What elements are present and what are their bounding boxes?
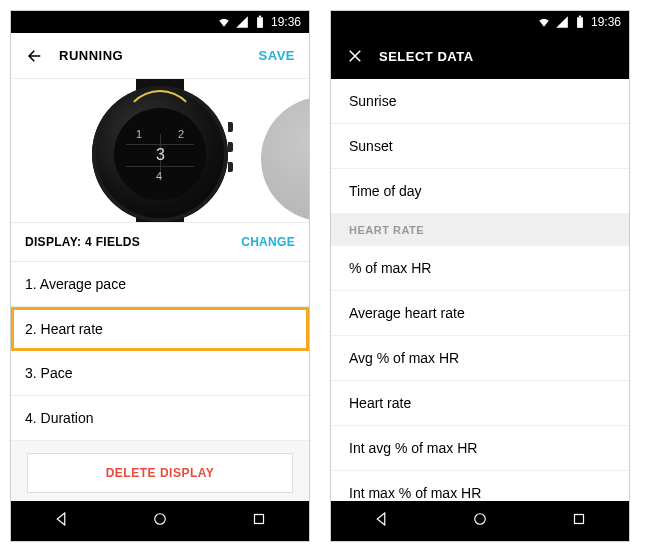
app-bar: SELECT DATA bbox=[331, 33, 629, 79]
watch-preview-next[interactable]: 1 3 5 bbox=[261, 97, 309, 221]
svg-rect-3 bbox=[255, 515, 264, 524]
android-nav-bar bbox=[11, 501, 309, 541]
data-option-list[interactable]: SunriseSunsetTime of dayHEART RATE% of m… bbox=[331, 79, 629, 501]
screen-title: RUNNING bbox=[59, 48, 245, 63]
status-time: 19:36 bbox=[271, 15, 301, 29]
save-button[interactable]: SAVE bbox=[259, 48, 295, 63]
nav-home-icon[interactable] bbox=[471, 510, 489, 532]
status-time: 19:36 bbox=[591, 15, 621, 29]
status-bar: 19:36 bbox=[11, 11, 309, 33]
display-row: DISPLAY: 4 FIELDS CHANGE bbox=[11, 222, 309, 262]
close-button[interactable] bbox=[345, 46, 365, 66]
nav-back-icon[interactable] bbox=[372, 510, 390, 532]
data-option[interactable]: Int avg % of max HR bbox=[331, 426, 629, 471]
svg-rect-4 bbox=[577, 17, 583, 27]
svg-rect-7 bbox=[575, 515, 584, 524]
nav-recent-icon[interactable] bbox=[570, 510, 588, 532]
display-label: DISPLAY: 4 FIELDS bbox=[25, 235, 241, 249]
signal-icon bbox=[235, 15, 249, 29]
status-bar: 19:36 bbox=[331, 11, 629, 33]
svg-point-2 bbox=[155, 514, 166, 525]
field-item-3[interactable]: 3. Pace bbox=[11, 351, 309, 396]
svg-point-6 bbox=[475, 514, 486, 525]
back-button[interactable] bbox=[25, 46, 45, 66]
delete-display-button[interactable]: DELETE DISPLAY bbox=[27, 453, 293, 493]
data-option[interactable]: Heart rate bbox=[331, 381, 629, 426]
field-item-1[interactable]: 1. Average pace bbox=[11, 262, 309, 307]
screen-title: SELECT DATA bbox=[379, 49, 615, 64]
field-list: 1. Average pace2. Heart rate3. Pace4. Du… bbox=[11, 262, 309, 441]
battery-icon bbox=[253, 15, 267, 29]
nav-home-icon[interactable] bbox=[151, 510, 169, 532]
wifi-icon bbox=[537, 15, 551, 29]
field-item-4[interactable]: 4. Duration bbox=[11, 396, 309, 441]
svg-rect-0 bbox=[257, 17, 263, 27]
content: SunriseSunsetTime of dayHEART RATE% of m… bbox=[331, 79, 629, 501]
data-option[interactable]: Sunset bbox=[331, 124, 629, 169]
phone-right: 19:36 SELECT DATA SunriseSunsetTime of d… bbox=[330, 10, 630, 542]
signal-icon bbox=[555, 15, 569, 29]
battery-icon bbox=[573, 15, 587, 29]
nav-recent-icon[interactable] bbox=[250, 510, 268, 532]
nav-back-icon[interactable] bbox=[52, 510, 70, 532]
app-bar: RUNNING SAVE bbox=[11, 33, 309, 79]
section-header: HEART RATE bbox=[331, 214, 629, 246]
wifi-icon bbox=[217, 15, 231, 29]
change-button[interactable]: CHANGE bbox=[241, 235, 295, 249]
android-nav-bar bbox=[331, 501, 629, 541]
content: 1 2 3 4 1 3 5 DISPLAY: 4 FIELDS CHANGE 1… bbox=[11, 79, 309, 501]
data-option[interactable]: Sunrise bbox=[331, 79, 629, 124]
data-option[interactable]: % of max HR bbox=[331, 246, 629, 291]
data-option[interactable]: Avg % of max HR bbox=[331, 336, 629, 381]
watch-preview[interactable]: 1 2 3 4 1 3 5 bbox=[11, 79, 309, 222]
svg-rect-1 bbox=[259, 16, 261, 18]
svg-rect-5 bbox=[579, 16, 581, 18]
phone-left: 19:36 RUNNING SAVE 1 2 bbox=[10, 10, 310, 542]
data-option[interactable]: Average heart rate bbox=[331, 291, 629, 336]
data-option[interactable]: Int max % of max HR bbox=[331, 471, 629, 501]
field-item-2[interactable]: 2. Heart rate bbox=[11, 307, 309, 351]
data-option[interactable]: Time of day bbox=[331, 169, 629, 214]
